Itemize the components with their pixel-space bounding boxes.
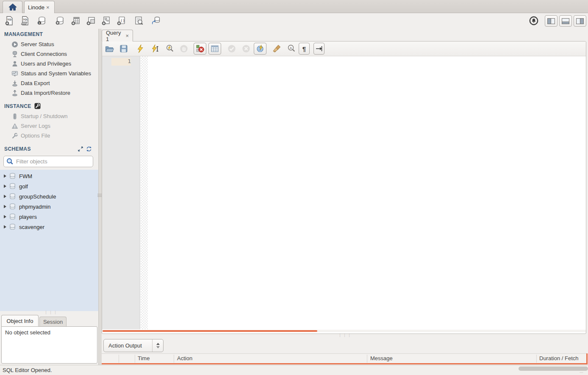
- expand-schemas-icon[interactable]: [78, 146, 83, 152]
- sidebar-item-label: Users and Privileges: [21, 61, 71, 67]
- management-section-title: MANAGEMENT: [4, 31, 43, 37]
- document-tabstrip: Linode ×: [0, 0, 588, 13]
- create-function-icon[interactable]: (): [115, 15, 127, 27]
- sidebar-item-users-privileges[interactable]: Users and Privileges: [0, 59, 98, 69]
- schema-row-groupschedule[interactable]: groupSchedule: [0, 191, 98, 201]
- schema-row-scavenger[interactable]: scavenger: [0, 222, 98, 232]
- beautify-script-icon[interactable]: [271, 43, 282, 54]
- toggle-word-wrap-icon[interactable]: [313, 43, 325, 55]
- svg-text:i: i: [39, 22, 40, 25]
- svg-text:SQL: SQL: [8, 18, 13, 21]
- sidebar-item-options-file[interactable]: Options File: [0, 131, 98, 141]
- create-table-icon[interactable]: [69, 15, 81, 27]
- connection-tab[interactable]: Linode ×: [24, 1, 55, 13]
- inspect-database-icon[interactable]: i: [36, 15, 47, 27]
- tab-session[interactable]: Session: [39, 317, 67, 327]
- expander-icon[interactable]: [4, 174, 6, 178]
- toggle-autocommit-icon[interactable]: [254, 43, 266, 55]
- tab-object-info[interactable]: Object Info: [1, 315, 39, 327]
- save-icon[interactable]: [118, 43, 129, 54]
- toggle-right-sidebar[interactable]: [574, 15, 586, 27]
- rollback-icon[interactable]: [241, 43, 252, 54]
- sidebar-splitter[interactable]: [98, 29, 102, 365]
- sidebar-item-label: Client Connections: [21, 51, 67, 57]
- schema-icon: [9, 213, 16, 220]
- sidebar-item-startup-shutdown[interactable]: Startup / Shutdown: [0, 111, 98, 121]
- open-file-icon[interactable]: [104, 43, 115, 54]
- sidebar-item-client-connections[interactable]: Client Connections: [0, 49, 98, 59]
- object-info-panel: No object selected: [1, 326, 97, 364]
- output-type-select[interactable]: Action Output: [103, 339, 164, 352]
- create-schema-icon[interactable]: [54, 15, 66, 27]
- refresh-schemas-icon[interactable]: [86, 146, 92, 152]
- spinner-arrows-icon[interactable]: [152, 339, 163, 352]
- sidebar-item-server-logs[interactable]: Server Logs: [0, 121, 98, 131]
- sidebar-item-server-status[interactable]: Server Status: [0, 39, 98, 49]
- startup-shutdown-icon: [11, 113, 18, 120]
- new-sql-tab-icon[interactable]: SQL: [3, 15, 15, 27]
- search-table-data-icon[interactable]: [133, 15, 145, 27]
- schema-row-phpmyadmin[interactable]: phpmyadmin: [0, 201, 98, 212]
- toggle-invisible-characters-icon[interactable]: ¶: [299, 43, 310, 55]
- object-info-text: No object selected: [5, 329, 50, 336]
- column-header-duration[interactable]: Duration / Fetch: [539, 355, 587, 361]
- editor-horizontal-scrollbar[interactable]: [103, 330, 586, 332]
- home-icon: [8, 3, 17, 11]
- connection-tab-label: Linode: [28, 4, 44, 11]
- column-header-action[interactable]: Action: [177, 355, 192, 361]
- explain-plan-icon[interactable]: [164, 43, 175, 54]
- sidebar-item-label: Data Import/Restore: [21, 90, 70, 96]
- schema-row-players[interactable]: players: [0, 212, 98, 222]
- sidebar-item-status-variables[interactable]: Status and System Variables: [0, 69, 98, 78]
- output-overlay-scrollbar-thumb[interactable]: [519, 367, 588, 371]
- notification-icon[interactable]: [528, 15, 540, 27]
- expander-icon[interactable]: [4, 215, 6, 218]
- schema-icon: [9, 223, 16, 230]
- options-file-icon: [11, 132, 18, 139]
- schema-row-fwm[interactable]: FWM: [0, 171, 98, 181]
- editor-horizontal-scrollbar-thumb[interactable]: [103, 330, 317, 332]
- column-header-time[interactable]: Time: [138, 355, 150, 361]
- filter-objects-box: [3, 156, 93, 167]
- expander-icon[interactable]: [4, 185, 6, 188]
- sidebar-item-data-export[interactable]: Data Export: [0, 78, 98, 88]
- execute-query-icon[interactable]: [135, 43, 146, 54]
- schemas-section-title: SCHEMAS: [4, 146, 31, 152]
- open-sql-script-icon[interactable]: SQL: [19, 15, 31, 27]
- schema-row-golf[interactable]: golf: [0, 181, 98, 191]
- sidebar-item-label: Data Export: [21, 80, 50, 86]
- toggle-bottom-output[interactable]: [559, 15, 572, 27]
- sql-text-area[interactable]: [148, 56, 586, 329]
- reconnect-database-icon[interactable]: [150, 15, 162, 27]
- sidebar-splitter-handle[interactable]: ⋮⋮⋮: [44, 312, 58, 313]
- filter-objects-input[interactable]: [16, 158, 91, 165]
- execute-current-statement-icon[interactable]: [150, 43, 161, 54]
- toggle-stop-on-error-icon[interactable]: [194, 43, 206, 55]
- home-tab[interactable]: [3, 1, 22, 13]
- tab-query-1[interactable]: Query 1 ×: [102, 30, 133, 41]
- create-view-icon[interactable]: [85, 15, 97, 27]
- close-icon[interactable]: ×: [46, 5, 50, 10]
- output-table-header: Time Action Message Duration / Fetch: [102, 353, 587, 363]
- sidebar-item-data-import[interactable]: Data Import/Restore: [0, 88, 98, 98]
- client-connections-icon: [11, 50, 18, 58]
- toggle-left-sidebar[interactable]: [545, 15, 557, 27]
- expander-icon[interactable]: [4, 205, 6, 208]
- expander-icon[interactable]: [4, 225, 6, 229]
- sql-editor-toolbar: A ¶: [102, 41, 586, 56]
- schema-label: FWM: [19, 173, 32, 179]
- instance-section-title: INSTANCE: [4, 103, 31, 109]
- close-icon[interactable]: ×: [125, 33, 129, 39]
- svg-text:A: A: [290, 46, 292, 50]
- stop-query-icon[interactable]: [178, 43, 189, 54]
- expander-icon[interactable]: [4, 195, 6, 198]
- output-scrollbar-vertical[interactable]: [586, 353, 588, 364]
- output-scrollbar-horizontal[interactable]: [102, 363, 587, 364]
- create-procedure-icon[interactable]: [100, 15, 112, 27]
- toggle-limit-rows-icon[interactable]: [208, 43, 221, 55]
- commit-icon[interactable]: [226, 43, 237, 54]
- output-splitter-handle[interactable]: ⋮⋮⋮: [338, 334, 352, 336]
- column-header-message[interactable]: Message: [370, 355, 393, 361]
- editor-line-number-gutter: 1: [102, 56, 140, 329]
- find-icon[interactable]: A: [286, 43, 297, 54]
